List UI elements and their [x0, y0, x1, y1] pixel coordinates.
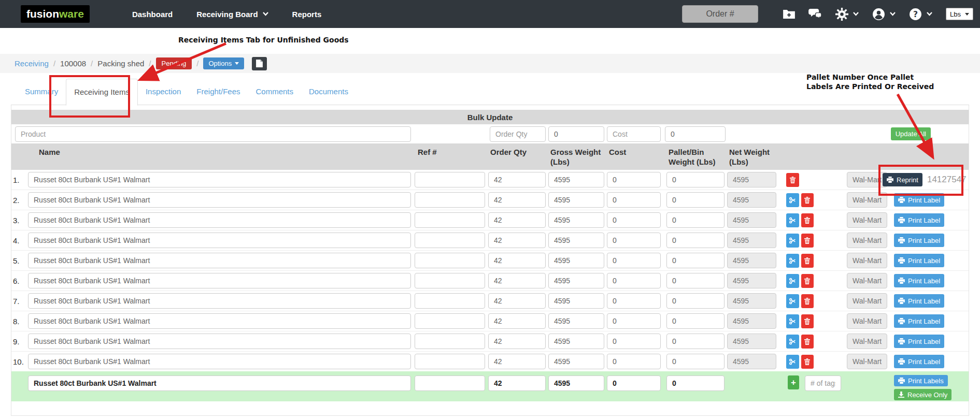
gross-weight-input[interactable] [548, 313, 604, 329]
order-qty-input[interactable] [488, 212, 546, 228]
split-item-button[interactable] [786, 355, 799, 369]
bulk-product-input[interactable] [15, 126, 411, 142]
print-label-button[interactable]: Print Label [894, 355, 944, 368]
ref-number-input[interactable] [415, 273, 485, 288]
unit-select[interactable]: Lbs [946, 8, 973, 20]
product-name-input[interactable] [28, 354, 411, 369]
cost-input[interactable] [607, 233, 661, 248]
tags-count-input[interactable] [805, 375, 841, 391]
new-ref-number-input[interactable] [415, 375, 485, 391]
split-item-button[interactable] [786, 294, 799, 308]
tab-freight-fees[interactable]: Freight/Fees [189, 79, 248, 105]
document-button[interactable] [252, 57, 267, 70]
menu-dashboard[interactable]: Dashboard [132, 10, 173, 19]
split-item-button[interactable] [786, 234, 799, 248]
print-labels-button[interactable]: Print Labels [894, 375, 948, 386]
gross-weight-input[interactable] [548, 172, 604, 187]
gross-weight-input[interactable] [548, 212, 604, 228]
ref-number-input[interactable] [415, 354, 485, 369]
new-gross-weight-input[interactable] [548, 375, 604, 391]
pallet-bin-weight-input[interactable] [666, 212, 725, 228]
new-pallet-bin-weight-input[interactable] [666, 375, 725, 391]
product-name-input[interactable] [28, 253, 411, 268]
gross-weight-input[interactable] [548, 334, 604, 349]
settings-button[interactable] [835, 8, 859, 21]
product-name-input[interactable] [28, 192, 411, 208]
order-qty-input[interactable] [488, 293, 546, 309]
pallet-bin-weight-input[interactable] [666, 172, 725, 187]
delete-item-button[interactable] [801, 335, 814, 349]
delete-item-button[interactable] [801, 213, 814, 227]
ref-number-input[interactable] [415, 172, 485, 187]
ref-number-input[interactable] [415, 293, 485, 309]
pallet-bin-weight-input[interactable] [666, 293, 725, 309]
ref-number-input[interactable] [415, 233, 485, 248]
order-qty-input[interactable] [488, 172, 546, 187]
gross-weight-input[interactable] [548, 354, 604, 369]
split-item-button[interactable] [786, 335, 799, 349]
cost-input[interactable] [607, 273, 661, 288]
bulk-cost-input[interactable] [607, 126, 661, 142]
split-item-button[interactable] [786, 254, 799, 268]
pallet-bin-weight-input[interactable] [666, 313, 725, 329]
bulk-order-qty-value-input[interactable] [548, 126, 604, 142]
menu-reports[interactable]: Reports [292, 10, 322, 19]
options-button[interactable]: Options [203, 57, 244, 69]
product-name-input[interactable] [28, 212, 411, 228]
cost-input[interactable] [607, 334, 661, 349]
product-name-input[interactable] [28, 334, 411, 349]
order-qty-input[interactable] [488, 233, 546, 248]
tab-comments[interactable]: Comments [248, 79, 302, 105]
product-name-input[interactable] [28, 313, 411, 329]
print-label-button[interactable]: Print Label [894, 274, 944, 287]
ref-number-input[interactable] [415, 253, 485, 268]
product-name-input[interactable] [28, 293, 411, 309]
reprint-button[interactable]: Reprint [883, 173, 922, 186]
ref-number-input[interactable] [415, 313, 485, 329]
account-button[interactable] [872, 8, 896, 21]
ref-number-input[interactable] [415, 334, 485, 349]
product-name-input[interactable] [28, 233, 411, 248]
tab-receiving-items[interactable]: Receiving Items [66, 79, 138, 106]
ref-number-input[interactable] [415, 212, 485, 228]
add-folder-button[interactable] [783, 9, 795, 19]
app-logo[interactable]: fusionware [21, 5, 90, 23]
delete-item-button[interactable] [801, 355, 814, 369]
product-name-input[interactable] [28, 273, 411, 288]
tab-inspection[interactable]: Inspection [138, 79, 189, 105]
cost-input[interactable] [607, 253, 661, 268]
gross-weight-input[interactable] [548, 293, 604, 309]
delete-item-button[interactable] [801, 193, 814, 207]
split-item-button[interactable] [786, 193, 799, 207]
pallet-bin-weight-input[interactable] [666, 273, 725, 288]
print-label-button[interactable]: Print Label [894, 335, 944, 348]
split-item-button[interactable] [786, 314, 799, 328]
receive-only-button[interactable]: Receive Only [894, 389, 951, 400]
cost-input[interactable] [607, 354, 661, 369]
print-label-button[interactable]: Print Label [894, 213, 944, 227]
pallet-bin-weight-input[interactable] [666, 233, 725, 248]
split-item-button[interactable] [786, 274, 799, 288]
pallet-bin-weight-input[interactable] [666, 354, 725, 369]
tab-documents[interactable]: Documents [301, 79, 356, 105]
add-item-button[interactable]: + [788, 375, 799, 389]
print-label-button[interactable]: Print Label [894, 314, 944, 328]
order-qty-input[interactable] [488, 313, 546, 329]
new-order-qty-input[interactable] [488, 375, 546, 391]
gross-weight-input[interactable] [548, 192, 604, 208]
print-label-button[interactable]: Print Label [894, 234, 944, 247]
print-label-button[interactable]: Print Label [894, 294, 944, 308]
product-name-input[interactable] [28, 172, 411, 187]
order-number-input[interactable] [682, 5, 758, 23]
help-button[interactable]: ? [909, 8, 932, 21]
order-qty-input[interactable] [488, 192, 546, 208]
gross-weight-input[interactable] [548, 253, 604, 268]
update-all-button[interactable]: Update All [891, 127, 931, 140]
ref-number-input[interactable] [415, 192, 485, 208]
split-item-button[interactable] [786, 213, 799, 227]
bulk-order-qty-input[interactable] [490, 126, 546, 142]
new-product-name-input[interactable] [28, 375, 411, 391]
cost-input[interactable] [607, 293, 661, 309]
gross-weight-input[interactable] [548, 233, 604, 248]
print-label-button[interactable]: Print Label [894, 193, 944, 207]
